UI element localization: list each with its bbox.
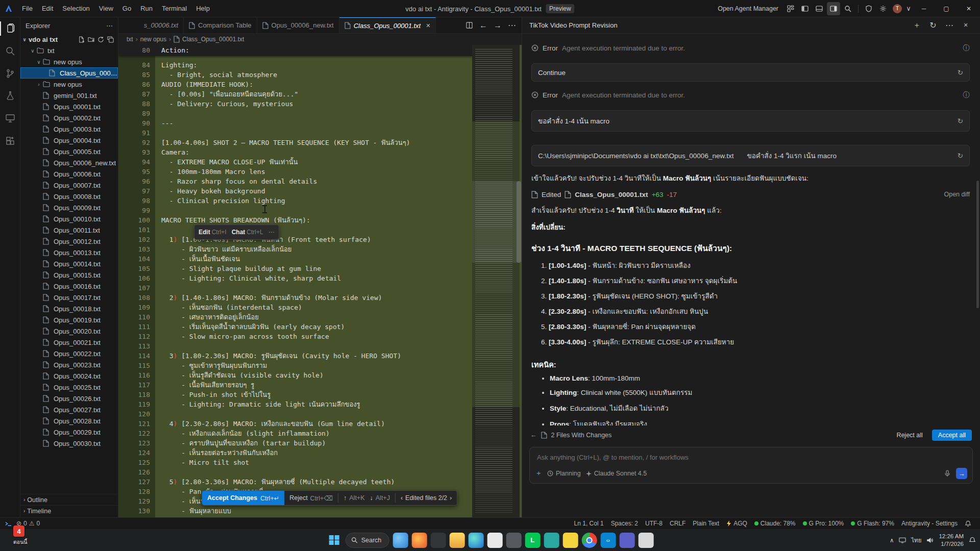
menu-file[interactable]: File	[17, 3, 37, 15]
more-actions-icon[interactable]: ⋯	[268, 229, 275, 236]
close-button[interactable]: ✕	[958, 0, 980, 17]
mode-selector[interactable]: Planning	[547, 470, 581, 477]
more-actions-icon[interactable]: ⋯	[943, 19, 956, 32]
new-file-icon[interactable]	[78, 36, 85, 43]
info-icon[interactable]: ⓘ	[963, 90, 970, 99]
edge-icon[interactable]	[468, 533, 483, 548]
notepad-icon[interactable]	[638, 533, 653, 548]
minimap[interactable]	[472, 45, 520, 517]
editor-scrollbar[interactable]	[517, 181, 521, 263]
breadcrumb[interactable]: txt›new opus›Class_Opus_00001.txt	[118, 34, 522, 45]
panel-scrollbar[interactable]	[976, 181, 979, 308]
edit-button[interactable]: EditCtrl+I	[199, 229, 227, 236]
menu-help[interactable]: Help	[191, 3, 214, 15]
tree-file-Opus_00012.txt[interactable]: Opus_00012.txt	[20, 236, 118, 247]
tree-file-Opus_00017.txt[interactable]: Opus_00017.txt	[20, 292, 118, 303]
status-utf-8[interactable]: UTF-8	[642, 520, 666, 527]
menu-edit[interactable]: Edit	[37, 3, 58, 15]
chevron-down-icon[interactable]: ∨	[905, 2, 912, 15]
tree-file-Opus_00013.txt[interactable]: Opus_00013.txt	[20, 247, 118, 258]
status-model[interactable]: G Flash: 97%	[847, 520, 898, 527]
explorer-more-actions-icon[interactable]: ⋯	[106, 22, 113, 30]
breadcrumb-item[interactable]: Class_Opus_00001.txt	[182, 36, 244, 43]
tree-file-Opus_00023.txt[interactable]: Opus_00023.txt	[20, 359, 118, 370]
tree-file-Opus_00029.txt[interactable]: Opus_00029.txt	[20, 427, 118, 438]
user-message[interactable]: Continue ↻	[531, 63, 970, 82]
menu-view[interactable]: View	[94, 3, 118, 15]
toggle-bottom-panel-icon[interactable]	[813, 2, 826, 15]
tree-file-Opus_00014.txt[interactable]: Opus_00014.txt	[20, 258, 118, 269]
volume-icon[interactable]	[926, 537, 934, 543]
terminal-icon[interactable]	[430, 533, 446, 548]
search-icon[interactable]	[841, 2, 854, 15]
tree-file-Opus_00026.txt[interactable]: Opus_00026.txt	[20, 393, 118, 404]
notifications-bell-icon[interactable]	[961, 520, 975, 527]
new-folder-icon[interactable]	[88, 36, 94, 43]
shield-icon[interactable]	[862, 2, 875, 15]
monitor-icon[interactable]	[899, 537, 906, 543]
collapse-all-icon[interactable]	[107, 36, 114, 43]
status-plain-text[interactable]: Plain Text	[689, 520, 723, 527]
testing-icon[interactable]	[0, 85, 20, 107]
tree-file-Opus_00009.txt[interactable]: Opus_00009.txt	[20, 202, 118, 213]
breadcrumb-item[interactable]: new opus	[140, 36, 166, 43]
outline-section[interactable]: › Outline	[20, 494, 118, 505]
tree-file-Opus_00006.txt[interactable]: Opus_00006.txt	[20, 168, 118, 180]
tree-file-Opus_00003.txt[interactable]: Opus_00003.txt	[20, 123, 118, 135]
teams-icon[interactable]	[544, 533, 559, 548]
tree-file-Opus_00008.txt[interactable]: Opus_00008.txt	[20, 191, 118, 202]
tree-file-Opus_00024.txt[interactable]: Opus_00024.txt	[20, 370, 118, 382]
tree-file-Opus_00030.txt[interactable]: Opus_00030.txt	[20, 438, 118, 449]
taskbar-search[interactable]: Search	[346, 533, 389, 548]
menu-selection[interactable]: Selection	[58, 3, 94, 15]
remote-indicator-icon[interactable]	[5, 520, 13, 527]
mic-icon[interactable]	[944, 470, 951, 477]
tree-file-Opus_00007.txt[interactable]: Opus_00007.txt	[20, 180, 118, 191]
agq-indicator[interactable]: AGQ	[723, 520, 751, 527]
status-ln-1--col-1[interactable]: Ln 1, Col 1	[571, 520, 607, 527]
tree-folder-new opus[interactable]: ›new opus	[20, 79, 118, 90]
user-context-message[interactable]: C:\Users\sjminipc\Documents\vdo ai txt\t…	[531, 145, 970, 166]
tree-file-Opus_00006_new.txt[interactable]: Opus_00006_new.txt	[20, 157, 118, 168]
status-spaces[interactable]: Spaces: 2	[607, 520, 642, 527]
tab-Opus_00006_new.txt[interactable]: Opus_00006_new.txt	[257, 17, 339, 33]
tree-file-Opus_00019.txt[interactable]: Opus_00019.txt	[20, 314, 118, 325]
retry-icon[interactable]: ↻	[958, 152, 963, 160]
tree-file-Opus_00028.txt[interactable]: Opus_00028.txt	[20, 415, 118, 427]
new-chat-icon[interactable]: ＋	[910, 19, 923, 32]
status-model[interactable]: G Pro: 100%	[799, 520, 848, 527]
close-panel-icon[interactable]: ✕	[959, 19, 972, 32]
dev-app-icon[interactable]	[506, 533, 521, 548]
minimize-button[interactable]: ─	[913, 0, 935, 17]
go-back-icon[interactable]: ←	[477, 19, 489, 32]
user-message[interactable]: ขอคำสั่ง 1-4 เน้น macro ↻	[531, 110, 970, 132]
sticky-notes-icon[interactable]	[562, 533, 578, 548]
split-editor-icon[interactable]	[463, 19, 475, 32]
tree-file-Opus_00022.txt[interactable]: Opus_00022.txt	[20, 348, 118, 359]
chat-input[interactable]	[530, 447, 972, 461]
chrome-icon[interactable]	[581, 533, 597, 548]
chat-thread[interactable]: Error Agent execution terminated due to …	[522, 34, 980, 425]
toggle-left-sidebar-icon[interactable]	[798, 2, 812, 15]
line-icon[interactable]: L	[525, 533, 540, 548]
back-arrow-icon[interactable]: ←	[530, 432, 537, 439]
history-icon[interactable]: ↻	[926, 19, 940, 32]
status-crlf[interactable]: CRLF	[666, 520, 689, 527]
search-icon[interactable]	[0, 40, 20, 62]
vscode-icon[interactable]: ‹›	[600, 533, 616, 548]
extensions-icon[interactable]	[0, 130, 20, 152]
maximize-button[interactable]: ▢	[935, 0, 958, 17]
tab-Comparison Table[interactable]: Comparison Table	[184, 17, 257, 33]
model-selector[interactable]: Claude Sonnet 4.5	[586, 470, 647, 477]
toggle-right-sidebar-icon[interactable]	[827, 2, 840, 15]
tree-file-Opus_00002.txt[interactable]: Opus_00002.txt	[20, 112, 118, 123]
tree-file-Opus_00004.txt[interactable]: Opus_00004.txt	[20, 135, 118, 146]
code-editor[interactable]: 84Lighting:85 - Bright, social atmospher…	[118, 45, 522, 517]
tree-file-Opus_00016.txt[interactable]: Opus_00016.txt	[20, 281, 118, 292]
tree-file-Opus_00018.txt[interactable]: Opus_00018.txt	[20, 303, 118, 314]
next-change-button[interactable]: ↓ Alt+J	[370, 491, 395, 505]
timeline-section[interactable]: › Timeline	[20, 505, 118, 516]
reject-button[interactable]: RejectCtrl+⌫	[284, 491, 338, 505]
menu-go[interactable]: Go	[118, 3, 136, 15]
tree-file-Opus_00021.txt[interactable]: Opus_00021.txt	[20, 337, 118, 348]
